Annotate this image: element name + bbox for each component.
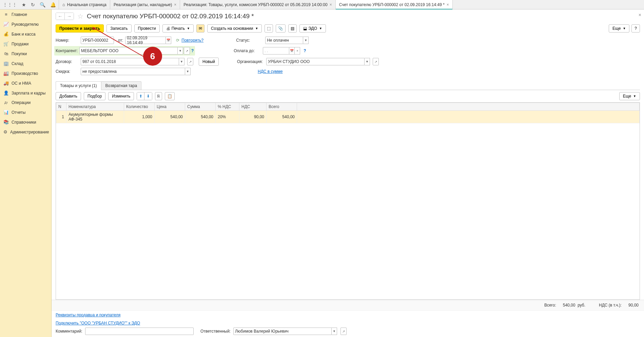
move-down-icon[interactable]: ⬇ [144,92,152,100]
counterparty-input[interactable]: МЕБЕЛЬТОРГ ООО [79,47,178,55]
tab-realization-list[interactable]: Реализация (акты, накладные) × [110,0,180,9]
open-icon[interactable]: ↗ [187,58,193,65]
close-icon[interactable]: × [330,2,332,7]
open-icon[interactable]: ↗ [184,47,190,55]
favorite-star-icon[interactable]: ☆ [77,12,83,20]
sidebar-item-manager[interactable]: 📈Руководителю [0,19,51,29]
print-button[interactable]: 🖨Печать▼ [162,24,194,33]
payment-due-input[interactable]: . . [263,47,289,55]
add-row-button[interactable]: Добавить [56,92,81,100]
new-contract-button[interactable]: Новый [199,58,219,66]
calendar-icon[interactable]: 📅 [166,37,171,44]
sidebar-item-reports[interactable]: 📊Отчеты [0,107,51,117]
edit-row-button[interactable]: Изменить [108,92,134,100]
sub-tabs: Товары и услуги (1) Возвратная тара [56,81,640,90]
col-n[interactable]: N [56,103,66,111]
col-total[interactable]: Всего [267,103,297,111]
related-button[interactable]: ⬚ [265,24,273,33]
write-button[interactable]: Записать [106,24,131,33]
bell-icon[interactable]: 🔔 [50,2,56,7]
vat-mode-link[interactable]: НДС в сумме [258,69,283,74]
chevron-down-icon[interactable]: ▼ [178,47,183,55]
table-toolbar: Добавить Подбор Изменить ⬆ ⬇ ⎘ 📋 Еще▼ [52,90,644,102]
create-based-button[interactable]: Создать на основании▼ [207,24,262,33]
back-button[interactable]: ← [56,13,65,20]
apps-icon[interactable]: ⋮⋮⋮ [3,2,17,7]
col-vat[interactable]: НДС [239,103,267,111]
col-sum[interactable]: Сумма [185,103,216,111]
chevron-down-icon[interactable]: ▼ [365,58,370,65]
col-vat-rate[interactable]: % НДС [216,103,239,111]
sidebar-item-main[interactable]: ≡Главное [0,9,51,19]
sidebar-item-production[interactable]: 🏭Производство [0,68,51,78]
post-button[interactable]: Провести [134,24,160,33]
repeat-link[interactable]: Повторять? [181,38,203,43]
more-button[interactable]: Еще▼ [609,24,629,33]
close-icon[interactable]: × [639,12,641,18]
sidebar-item-warehouse[interactable]: 🏢Склад [0,59,51,68]
form-area: Номер: УРБП-000002 от: 02.09.2019 16:14:… [52,35,644,80]
table-row[interactable]: 1 Акумуляторные формы АФ-345 1,000 540,0… [56,111,640,123]
edo-button[interactable]: ⬓ЭДО▼ [299,24,326,33]
chevron-down-icon[interactable]: ▼ [185,68,191,75]
comment-input[interactable] [85,328,194,335]
col-quantity[interactable]: Количество [124,103,155,111]
mail-button[interactable]: ✉ [196,24,204,33]
number-input[interactable]: УРБП-000002 [81,37,114,44]
open-icon[interactable]: ↗ [373,58,379,65]
discount-select[interactable]: не предоставлена [81,68,185,75]
tab-goods[interactable]: Товары и услуги (1) [56,81,101,90]
sidebar-item-sales[interactable]: 🛒Продажи [0,39,51,49]
chevron-down-icon[interactable]: ▼ [179,58,184,65]
recurring-icon[interactable]: ⟳ [176,38,179,43]
open-icon[interactable]: ↗ [340,328,347,335]
copy-row-button[interactable]: ⎘ [155,92,162,100]
star-icon[interactable]: ★ [22,2,26,7]
move-up-icon[interactable]: ⬆ [137,92,144,100]
table-area[interactable]: N Номенклатура Количество Цена Сумма % Н… [56,102,640,300]
attach-button[interactable]: 📎 [276,24,286,33]
chevron-down-icon[interactable]: ▼ [303,37,309,44]
date-input[interactable]: 02.09.2019 16:14:49 [125,37,166,44]
report-button[interactable]: ▤ [288,24,297,33]
history-icon[interactable]: ↻ [31,2,35,7]
status-select[interactable]: Не оплачен [265,37,303,44]
col-nomenclature[interactable]: Номенклатура [66,103,124,111]
tab-invoice-doc[interactable]: Счет покупателю УРБП-000002 от 02.09.201… [336,0,453,9]
seller-details-link[interactable]: Реквизиты продавца и покупателя [56,313,120,317]
org-input[interactable]: УРБАН СТУДИО ООО [266,58,365,65]
sidebar-item-label: Склад [12,61,23,66]
money-icon: 💰 [3,31,9,37]
sidebar-item-operations[interactable]: ДтОперации [0,98,51,107]
col-price[interactable]: Цена [155,103,185,111]
calendar-icon[interactable]: 📅 [289,47,295,55]
gear-icon: ⚙ [3,129,7,134]
paste-row-button[interactable]: 📋 [165,92,175,100]
forward-button[interactable]: → [65,13,74,20]
col-spacer [297,103,640,111]
contract-input[interactable]: 987 от 01.01.2018 [81,58,179,65]
responsible-input[interactable]: Любимов Валерий Юрьевич [233,328,332,335]
table-more-button[interactable]: Еще▼ [619,92,640,100]
sidebar-item-label: Производство [12,71,38,76]
tab-home[interactable]: ⌂ Начальная страница [59,0,110,9]
post-and-close-button[interactable]: Провести и закрыть [56,24,104,33]
sidebar-item-admin[interactable]: ⚙Администрирование [0,127,51,137]
sidebar-item-purchases[interactable]: 🛍Покупки [0,49,51,59]
chevron-down-icon[interactable]: ▼ [332,328,337,335]
connect-edo-link[interactable]: Подключить "ООО "УРБАН СТУДИО"" к ЭДО [56,321,140,325]
close-icon[interactable]: × [174,2,176,7]
help-icon[interactable]: ? [304,48,306,53]
close-icon[interactable]: × [447,2,449,7]
search-icon[interactable]: 🔍 [40,2,45,7]
clear-icon[interactable]: × [295,47,300,55]
sidebar-item-bank[interactable]: 💰Банк и касса [0,29,51,39]
sidebar-item-salary[interactable]: 👤Зарплата и кадры [0,88,51,98]
sidebar-item-assets[interactable]: 🚚ОС и НМА [0,78,51,88]
pick-button[interactable]: Подбор [84,92,105,100]
tab-realization-doc[interactable]: Реализация: Товары, услуги, комиссия УРБ… [180,0,335,9]
help-button[interactable]: ? [631,24,640,33]
sidebar-item-catalogs[interactable]: 📚Справочники [0,117,51,127]
help-icon[interactable]: ? [191,48,194,53]
tab-containers[interactable]: Возвратная тара [101,81,142,90]
